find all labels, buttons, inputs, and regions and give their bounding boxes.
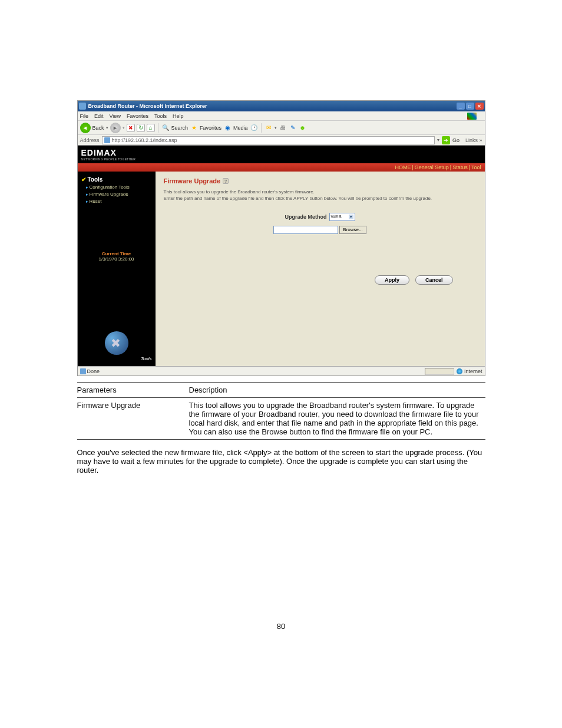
window-maximize-button[interactable]: □ <box>466 103 474 110</box>
param-header: Parameters <box>77 386 189 394</box>
status-done: Done <box>80 368 100 374</box>
page-number: 80 <box>77 622 485 631</box>
window-titlebar: Broadband Router - Microsoft Internet Ex… <box>78 101 485 111</box>
search-label[interactable]: Search <box>171 125 189 131</box>
param-cell: Firmware Upgrade <box>77 401 189 436</box>
refresh-button[interactable]: ↻ <box>137 124 145 132</box>
address-field[interactable]: http://192.168.2.1/index.asp <box>102 136 435 144</box>
upgrade-method-label: Upgrade Method <box>285 214 327 220</box>
back-label: Back <box>92 125 104 131</box>
nav-home[interactable]: HOME <box>395 164 411 170</box>
page-icon <box>80 368 86 374</box>
nav-tool[interactable]: Tool <box>471 164 481 170</box>
browse-button[interactable]: Browse... <box>339 226 366 234</box>
table-row: Firmware Upgrade This tool allows you to… <box>77 397 485 440</box>
sidebar-item-reset[interactable]: ▸ Reset <box>86 199 152 204</box>
stop-button[interactable]: ✖ <box>127 124 135 132</box>
menu-help[interactable]: Help <box>173 113 184 119</box>
apply-paragraph: Once you've selected the new firmware fi… <box>77 448 485 475</box>
favorites-label[interactable]: Favorites <box>200 125 222 131</box>
panel-heading: Firmware Upgrade ? <box>164 177 477 185</box>
upgrade-method-row: Upgrade Method WEB ▾ <box>164 213 477 221</box>
go-button[interactable]: ➔ <box>442 136 450 144</box>
menu-view[interactable]: View <box>110 113 121 119</box>
ie-icon <box>79 103 86 110</box>
links-label[interactable]: Links » <box>465 137 482 143</box>
address-value: http://192.168.2.1/index.asp <box>112 137 177 143</box>
back-dropdown-icon[interactable]: ▾ <box>106 126 108 130</box>
sidebar-footer-label: Tools <box>81 356 152 361</box>
browser-window: Broadband Router - Microsoft Internet Ex… <box>77 100 485 376</box>
arrow-icon: ▸ <box>86 192 88 197</box>
desc-header: Description <box>189 386 485 394</box>
go-label: Go <box>452 137 459 143</box>
menu-bar: File Edit View Favorites Tools Help <box>78 111 485 121</box>
mail-icon[interactable]: ✉ <box>265 124 273 132</box>
window-minimize-button[interactable]: _ <box>457 103 465 110</box>
status-section <box>425 368 454 375</box>
help-icon[interactable]: ? <box>223 178 229 184</box>
file-path-input[interactable] <box>273 226 338 234</box>
top-nav: HOME | General Setup | Status | Tool <box>78 163 485 172</box>
messenger-icon[interactable]: ☻ <box>299 124 307 132</box>
table-row: Parameters Description <box>77 382 485 397</box>
edit-icon[interactable]: ✎ <box>289 124 297 132</box>
chevron-down-icon: ▾ <box>349 215 353 219</box>
page-icon <box>104 137 110 143</box>
browser-toolbar: ◄ Back ▾ ► ▾ ✖ ↻ ⌂ 🔍 Search ★ Favorites … <box>78 121 485 135</box>
sidebar-footer: Tools <box>81 331 152 361</box>
address-bar: Address http://192.168.2.1/index.asp ▾ ➔… <box>78 135 485 146</box>
sidebar-item-firmware-upgrade[interactable]: ▸ Firmware Upgrade <box>86 192 152 197</box>
cancel-button[interactable]: Cancel <box>415 275 453 285</box>
nav-general-setup[interactable]: General Setup <box>415 164 449 170</box>
windows-flag-icon <box>467 113 477 120</box>
menu-tools[interactable]: Tools <box>154 113 167 119</box>
menu-edit[interactable]: Edit <box>94 113 104 119</box>
current-time-value: 1/3/1970 3:20:00 <box>81 256 152 262</box>
menu-favorites[interactable]: Favorites <box>127 113 148 119</box>
tools-icon <box>105 331 128 355</box>
apply-button[interactable]: Apply <box>375 275 409 285</box>
brand-tagline: NETWORKING PEOPLE TOGETHER <box>81 157 481 161</box>
status-bar: Done Internet <box>78 366 485 375</box>
globe-icon <box>457 368 462 374</box>
back-button[interactable]: ◄ <box>80 123 91 133</box>
upgrade-method-select[interactable]: WEB ▾ <box>329 213 355 221</box>
home-button[interactable]: ⌂ <box>147 124 155 132</box>
forward-button[interactable]: ► <box>110 123 121 133</box>
panel-description: This tool allows you to upgrade the Broa… <box>164 189 477 202</box>
status-internet: Internet <box>457 368 482 374</box>
current-time-label: Current Time <box>81 251 152 256</box>
search-icon[interactable]: 🔍 <box>161 124 170 132</box>
sidebar-title: ✔ Tools <box>81 176 152 183</box>
brand-logo: EDIMAX <box>81 148 481 157</box>
media-label[interactable]: Media <box>233 125 248 131</box>
media-icon[interactable]: ◉ <box>223 124 232 132</box>
button-row: Apply Cancel <box>164 275 477 285</box>
page-content: EDIMAX NETWORKING PEOPLE TOGETHER HOME |… <box>78 146 485 366</box>
print-icon[interactable]: 🖶 <box>279 124 287 132</box>
address-dropdown-icon[interactable]: ▾ <box>437 137 439 143</box>
history-icon[interactable]: 🕑 <box>250 124 258 132</box>
file-row: Browse... <box>164 226 477 234</box>
sidebar-item-config-tools[interactable]: ▸ Configuration Tools <box>86 185 152 190</box>
main-panel: Firmware Upgrade ? This tool allows you … <box>156 172 485 366</box>
arrow-icon: ▸ <box>86 185 88 190</box>
sidebar: ✔ Tools ▸ Configuration Tools ▸ Firmware… <box>78 172 156 366</box>
arrow-icon: ▸ <box>86 199 88 204</box>
menu-file[interactable]: File <box>80 113 89 119</box>
window-title: Broadband Router - Microsoft Internet Ex… <box>88 103 455 109</box>
brand-header: EDIMAX NETWORKING PEOPLE TOGETHER <box>78 146 485 163</box>
check-icon: ✔ <box>81 176 86 183</box>
favorites-icon[interactable]: ★ <box>190 124 198 132</box>
desc-cell: This tool allows you to upgrade the Broa… <box>189 401 485 436</box>
forward-dropdown-icon[interactable]: ▾ <box>123 126 125 130</box>
window-close-button[interactable]: ✕ <box>475 103 484 110</box>
address-label: Address <box>80 137 100 143</box>
nav-status[interactable]: Status <box>452 164 468 170</box>
doc-table: Parameters Description Firmware Upgrade … <box>77 382 485 440</box>
